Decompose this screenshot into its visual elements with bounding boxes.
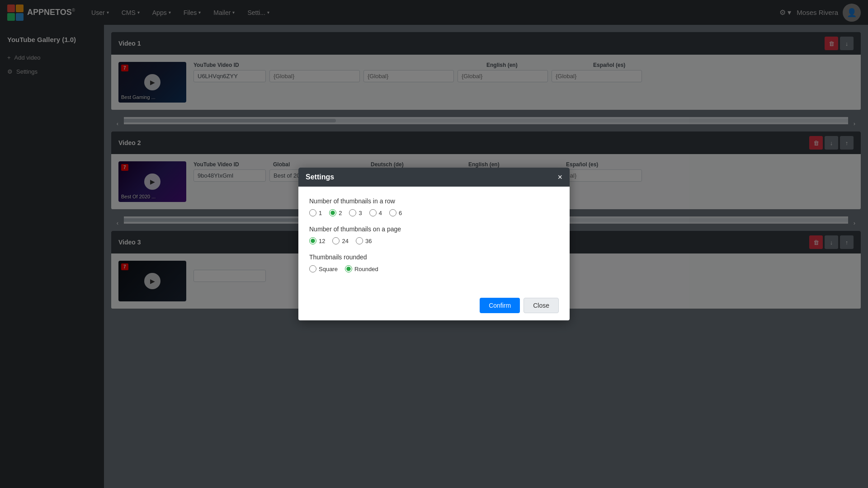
radio-row-6-input[interactable] xyxy=(389,209,396,216)
radio-square-input[interactable] xyxy=(309,265,316,272)
thumbnails-page-section: Number of thumbnails on a page 12 24 36 xyxy=(309,225,559,244)
settings-modal: Settings × Number of thumbnails in a row… xyxy=(298,168,570,320)
radio-square[interactable]: Square xyxy=(309,265,338,272)
radio-row-1-input[interactable] xyxy=(309,209,316,216)
radio-page-12[interactable]: 12 xyxy=(309,237,325,244)
radio-row-3[interactable]: 3 xyxy=(349,209,362,216)
thumbnails-rounded-section: Thumbnails rounded Square Rounded xyxy=(309,253,559,272)
modal-title: Settings xyxy=(306,173,334,181)
thumbnails-page-label: Number of thumbnails on a page xyxy=(309,225,559,233)
radio-rounded[interactable]: Rounded xyxy=(345,265,378,272)
radio-page-36[interactable]: 36 xyxy=(356,237,372,244)
radio-page-24-input[interactable] xyxy=(332,237,340,244)
radio-row-2[interactable]: 2 xyxy=(329,209,342,216)
radio-rounded-input[interactable] xyxy=(345,265,352,272)
radio-page-24[interactable]: 24 xyxy=(332,237,348,244)
radio-row-6[interactable]: 6 xyxy=(389,209,402,216)
radio-row-2-input[interactable] xyxy=(329,209,336,216)
radio-row-1[interactable]: 1 xyxy=(309,209,322,216)
thumbnails-row-section: Number of thumbnails in a row 1 2 3 4 xyxy=(309,197,559,216)
modal-body: Number of thumbnails in a row 1 2 3 4 xyxy=(298,187,570,292)
radio-page-36-input[interactable] xyxy=(356,237,363,244)
radio-row-4-input[interactable] xyxy=(369,209,377,216)
modal-header: Settings × xyxy=(298,168,570,187)
radio-row-4[interactable]: 4 xyxy=(369,209,382,216)
thumbnails-rounded-label: Thumbnails rounded xyxy=(309,253,559,261)
thumbnails-row-radio-group: 1 2 3 4 6 xyxy=(309,209,559,216)
radio-row-3-input[interactable] xyxy=(349,209,356,216)
thumbnails-row-label: Number of thumbnails in a row xyxy=(309,197,559,205)
radio-page-12-input[interactable] xyxy=(309,237,316,244)
thumbnails-rounded-radio-group: Square Rounded xyxy=(309,265,559,272)
modal-footer: Confirm Close xyxy=(298,292,570,320)
modal-overlay: Settings × Number of thumbnails in a row… xyxy=(0,0,868,488)
thumbnails-page-radio-group: 12 24 36 xyxy=(309,237,559,244)
modal-close-x-button[interactable]: × xyxy=(557,173,562,181)
confirm-button[interactable]: Confirm xyxy=(480,298,520,313)
close-button[interactable]: Close xyxy=(524,298,559,313)
